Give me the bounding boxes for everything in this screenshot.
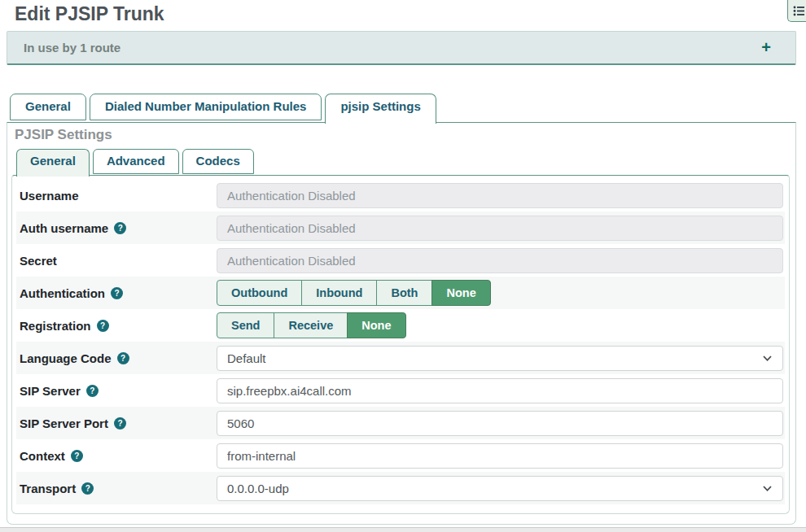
field-label-registration: Registration [20,319,91,333]
settings-form: UsernameAuth username?SecretAuthenticati… [11,175,790,514]
label-cell-username: Username [16,189,217,203]
field-label-transport: Transport [20,482,76,495]
sip-server-input[interactable] [217,378,783,403]
label-cell-registration: Registration? [16,319,217,333]
field-label-language-code: Language Code [20,351,112,365]
username-input [217,183,783,208]
usage-banner-text: In use by 1 route [24,41,120,55]
row-sip-server-port: SIP Server Port? [16,407,785,439]
field-label-sip-server-port: SIP Server Port [20,416,108,430]
row-authentication: Authentication?OutboundInboundBothNone [16,277,785,309]
panel-heading: PJSIP Settings [15,127,112,143]
tab-general[interactable]: General [10,94,86,120]
subtab-general[interactable]: General [16,149,90,177]
control-username [217,183,785,208]
label-cell-language-code: Language Code? [16,351,217,365]
secret-input [217,248,783,273]
row-sip-server: SIP Server? [16,374,785,407]
control-sip-server [217,378,785,403]
row-auth-username: Auth username? [16,211,785,244]
language-code-select[interactable]: Default [217,346,783,371]
label-cell-sip-server-port: SIP Server Port? [16,416,217,430]
authentication-option-inbound[interactable]: Inbound [301,280,377,306]
help-icon-context[interactable]: ? [71,450,83,462]
help-icon-auth-username[interactable]: ? [114,222,126,234]
auth-username-input [217,216,783,241]
list-icon [793,5,805,20]
help-icon-authentication[interactable]: ? [111,287,123,299]
help-icon-registration[interactable]: ? [97,320,109,332]
authentication-option-outbound[interactable]: Outbound [217,280,302,306]
control-registration: SendReceiveNone [217,312,785,338]
help-icon-transport[interactable]: ? [81,482,94,495]
sip-server-port-input[interactable] [217,411,783,436]
field-label-username: Username [20,189,79,203]
label-cell-auth-username: Auth username? [16,221,217,235]
sub-tabs: GeneralAdvancedCodecs [16,149,257,177]
transport-select[interactable]: 0.0.0.0-udp [217,476,783,501]
authentication-button-group: OutboundInboundBothNone [217,280,491,306]
field-label-secret: Secret [20,254,57,268]
transport-selected-value: 0.0.0.0-udp [227,482,289,495]
field-label-context: Context [20,449,65,463]
row-language-code: Language Code?Default [16,342,785,374]
row-secret: Secret [16,244,785,277]
control-context [217,443,785,469]
control-language-code: Default [217,346,785,371]
help-icon-sip-server[interactable]: ? [86,385,99,397]
row-registration: Registration?SendReceiveNone [16,309,785,342]
control-secret [217,248,785,273]
tab-dialed-number-manipulation-rules[interactable]: Dialed Number Manipulation Rules [90,94,322,120]
usage-banner[interactable]: In use by 1 route + [7,31,796,65]
page-title: Edit PJSIP Trunk [15,3,164,25]
row-context: Context? [16,439,785,472]
authentication-option-both[interactable]: Both [376,280,432,306]
tab-pjsip-settings[interactable]: pjsip Settings [325,94,436,124]
registration-button-group: SendReceiveNone [217,312,406,338]
row-username: Username [16,179,785,211]
control-auth-username [217,216,785,241]
help-icon-language-code[interactable]: ? [117,352,129,364]
field-label-auth-username: Auth username [20,221,108,235]
expand-plus-icon[interactable]: + [761,38,771,57]
control-transport: 0.0.0.0-udp [217,476,785,501]
corner-list-button[interactable] [787,0,806,22]
page: Edit PJSIP Trunk In use by 1 route + Gen… [0,0,806,532]
main-tabs: GeneralDialed Number Manipulation Rulesp… [10,94,440,124]
label-cell-context: Context? [16,449,217,463]
label-cell-sip-server: SIP Server? [16,384,217,398]
subtab-codecs[interactable]: Codecs [182,149,254,174]
subtab-advanced[interactable]: Advanced [93,149,179,174]
help-icon-sip-server-port[interactable]: ? [114,417,126,430]
registration-option-none[interactable]: None [347,312,405,338]
label-cell-secret: Secret [16,254,217,268]
row-transport: Transport?0.0.0.0-udp [16,472,785,504]
label-cell-transport: Transport? [16,482,217,495]
control-authentication: OutboundInboundBothNone [217,280,785,306]
context-input[interactable] [217,443,783,469]
registration-option-send[interactable]: Send [217,312,274,338]
chevron-down-icon [762,481,773,495]
bottom-divider [0,527,806,532]
control-sip-server-port [217,411,785,436]
label-cell-authentication: Authentication? [16,286,217,300]
authentication-option-none[interactable]: None [431,280,490,306]
language-code-selected-value: Default [227,351,266,365]
chevron-down-icon [762,351,773,365]
field-label-sip-server: SIP Server [20,384,81,398]
registration-option-receive[interactable]: Receive [274,312,348,338]
field-label-authentication: Authentication [20,286,105,300]
